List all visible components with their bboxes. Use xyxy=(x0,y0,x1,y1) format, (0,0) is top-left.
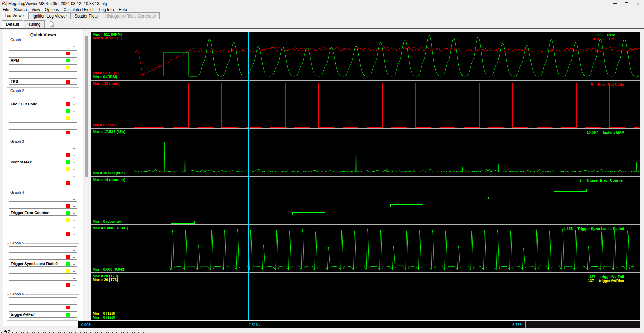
graph-panel-3[interactable]: Max = 17.533 (kPa)Min = 10.000 (kPa)10.0… xyxy=(91,129,640,176)
color-swatch-yellow[interactable] xyxy=(66,116,70,120)
maximize-button[interactable] xyxy=(621,0,632,7)
graph-panel-4[interactable]: Max = 14 (counter)Min = 0 (counter)2Trig… xyxy=(91,177,640,224)
channel-combo[interactable]: ⌄ xyxy=(9,304,77,310)
graph-group-label: Graph 5 xyxy=(9,241,25,245)
color-swatch-yellow[interactable] xyxy=(66,269,70,273)
channel-combo[interactable]: ⌄ xyxy=(9,166,77,172)
channel-combo[interactable]: ⌄ xyxy=(9,50,77,56)
channel-combo[interactable]: ⌄ xyxy=(9,268,77,274)
graph-panel-2[interactable]: Max = 12 (code)Min = 0 (code)0Fuel: Cut … xyxy=(91,81,640,128)
channel-combo-rpm[interactable]: RPM⌄ xyxy=(9,57,77,63)
color-swatch-red[interactable] xyxy=(66,181,70,185)
readout-channel-name: RPM xyxy=(607,33,615,37)
color-swatch-red[interactable] xyxy=(66,131,70,134)
channel-combo[interactable]: ⌄ xyxy=(9,297,77,303)
color-swatch-green[interactable] xyxy=(66,211,70,215)
color-swatch-red[interactable] xyxy=(66,102,70,106)
channel-combo-tps[interactable]: TPS⌄ xyxy=(9,78,77,85)
channel-combo[interactable]: ⌄ xyxy=(9,254,77,260)
tab-log-viewer[interactable]: Log Viewer xyxy=(1,12,29,19)
chevron-down-icon: ⌄ xyxy=(72,312,76,317)
channel-combo-instant-map[interactable]: Instant MAP⌄ xyxy=(9,159,77,165)
scroll-up-icon[interactable] xyxy=(4,330,7,332)
color-swatch-red[interactable] xyxy=(66,204,70,208)
color-swatch-green[interactable] xyxy=(66,262,70,266)
channel-combo[interactable]: ⌄ xyxy=(9,173,77,179)
tab-ignition-log-viewer[interactable]: Ignition Log Viewer xyxy=(29,12,71,19)
readout-channel-name: Trigger Sync Latest Ratio0 xyxy=(577,227,624,231)
graph-group-2: Graph 2⌄Fuel: Cut Code⌄⌄⌄⌄⌄ xyxy=(7,91,79,138)
color-swatch-green[interactable] xyxy=(66,313,70,317)
channel-combo[interactable]: ⌄ xyxy=(9,282,77,288)
color-swatch-red[interactable] xyxy=(66,306,70,309)
color-swatch-green[interactable] xyxy=(66,109,70,113)
menu-options[interactable]: Options xyxy=(42,7,61,12)
tab-histogram-table-generator[interactable]: Histogram / Table Generator xyxy=(102,12,160,19)
channel-combo-trigger-sync-latest-ratio0[interactable]: Trigger Sync Latest Ratio0⌄ xyxy=(9,261,77,267)
timeline-bar[interactable]: -0.903s 2.516s 6.775s xyxy=(78,321,526,328)
view-tab-default[interactable]: Default xyxy=(2,20,23,28)
minimize-button[interactable] xyxy=(609,0,621,7)
graph-panel-5[interactable]: Max = 5.000 [31.301]Min = 0.000 [0.043]4… xyxy=(91,225,640,272)
color-swatch-red[interactable] xyxy=(66,52,70,55)
channel-combo[interactable]: ⌄ xyxy=(9,217,77,223)
channel-combo[interactable]: ⌄ xyxy=(9,64,77,70)
menu-view[interactable]: View xyxy=(29,7,42,12)
color-swatch-green[interactable] xyxy=(66,59,70,62)
channel-combo[interactable]: ⌄ xyxy=(9,231,77,237)
channel-combo[interactable]: ⌄ xyxy=(9,203,77,209)
channel-combo[interactable]: ⌄ xyxy=(9,94,77,100)
tab-scatter-plots[interactable]: Scatter Plots xyxy=(71,12,101,19)
panel-min-labels: Min = 9.810 (%)Min = 0 (RPM) xyxy=(93,71,119,79)
channel-combo[interactable]: ⌄ xyxy=(9,122,77,128)
menu-help[interactable]: Help xyxy=(116,7,129,12)
channel-combo-trigger-error-counter[interactable]: Trigger Error Counter⌄ xyxy=(9,210,77,216)
channel-combo[interactable]: ⌄ xyxy=(9,108,77,114)
new-view-button[interactable] xyxy=(48,21,55,27)
color-swatch-red[interactable] xyxy=(66,80,70,84)
sidebar-scrollbar-thumb[interactable] xyxy=(85,36,88,177)
close-button[interactable]: ✕ xyxy=(632,0,644,7)
channel-combo[interactable]: ⌄ xyxy=(9,129,77,135)
channel-combo[interactable]: ⌄ xyxy=(9,43,77,49)
scroll-down-icon[interactable] xyxy=(8,330,11,332)
channel-combo[interactable]: ⌄ xyxy=(9,224,77,230)
sidebar-scroll-spinner[interactable] xyxy=(4,330,11,332)
timeline-end-label: 6.775s xyxy=(512,323,523,327)
channel-combo[interactable]: ⌄ xyxy=(9,246,77,253)
color-swatch-red[interactable] xyxy=(66,232,70,236)
min-label: Min = 0 (RPM) xyxy=(93,75,119,79)
channel-combo[interactable]: ⌄ xyxy=(9,152,77,158)
graph-area[interactable]: Max = 511 (RPM)Max = 10.130 (%)Min = 9.8… xyxy=(91,32,640,320)
channel-combo-fuel-cut-code[interactable]: Fuel: Cut Code⌄ xyxy=(9,101,77,107)
channel-combo[interactable]: ⌄ xyxy=(9,275,77,281)
menu-search[interactable]: Search xyxy=(11,7,29,12)
menu-log-info[interactable]: Log Info xyxy=(97,7,116,12)
channel-combo[interactable]: ⌄ xyxy=(9,145,77,151)
readout-channel-name: TPS xyxy=(608,37,615,41)
channel-combo[interactable]: ⌄ xyxy=(9,115,77,121)
cursor-readout-tps: 10.100TPS xyxy=(588,37,615,41)
color-swatch-green[interactable] xyxy=(66,160,70,164)
channel-combo[interactable]: ⌄ xyxy=(9,180,77,186)
channel-combo[interactable]: ⌄ xyxy=(9,71,77,77)
graph-panel-6[interactable]: Max = 20 [173]Max = 20 [173]Min = 0 [126… xyxy=(91,273,640,320)
menu-calculated-fields[interactable]: Calculated Fields xyxy=(61,7,97,12)
color-swatch-red[interactable] xyxy=(66,153,70,157)
color-swatch-yellow[interactable] xyxy=(66,66,70,69)
sidebar-scrollbar[interactable] xyxy=(85,30,88,326)
channel-combo-triggervvtfall[interactable]: triggerVvtFall⌄ xyxy=(9,311,77,318)
timeline-tick xyxy=(116,327,116,328)
cursor-readouts: 137triggerVvtFall137triggerVvtRise xyxy=(580,275,624,283)
main-tab-bar: Log ViewerIgnition Log ViewerScatter Plo… xyxy=(0,12,644,19)
menu-file[interactable]: File xyxy=(0,7,11,12)
channel-combo[interactable]: ⌄ xyxy=(9,196,77,202)
color-swatch-yellow[interactable] xyxy=(66,167,70,171)
graph-panel-1[interactable]: Max = 511 (RPM)Max = 10.130 (%)Min = 9.8… xyxy=(91,32,640,80)
view-tab-tuning[interactable]: Tuning xyxy=(24,20,45,28)
color-swatch-red[interactable] xyxy=(66,283,70,287)
color-swatch-yellow[interactable] xyxy=(66,218,70,222)
trace-plot xyxy=(91,129,640,176)
color-swatch-red[interactable] xyxy=(66,255,70,259)
channel-combo-label: Fuel: Cut Code xyxy=(11,102,66,106)
